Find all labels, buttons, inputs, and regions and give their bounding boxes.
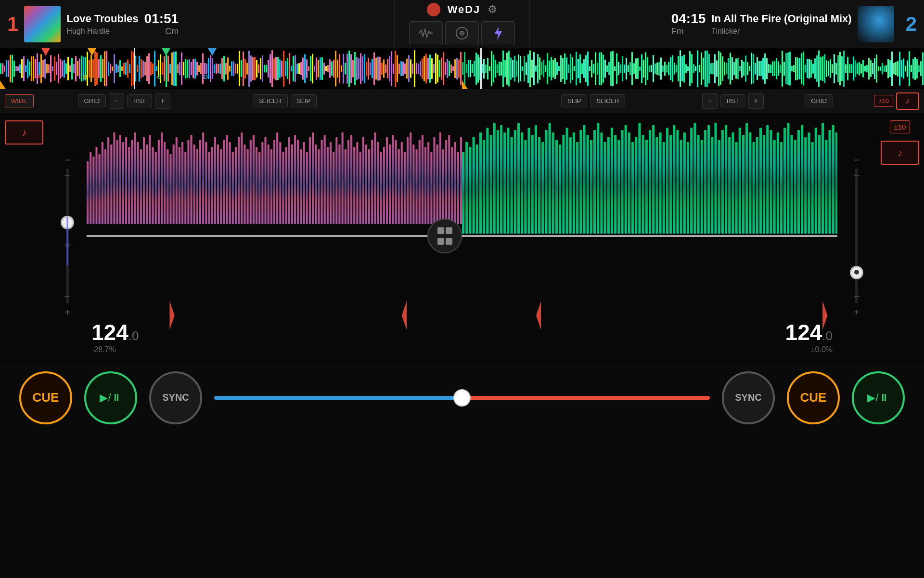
bpm-display-right: 124 .0 ±0.0% xyxy=(785,319,833,354)
play-button-right[interactable]: ▶/⏸ xyxy=(852,371,905,424)
deck1-waveform[interactable]: 124 .0 -28.7% xyxy=(87,113,462,359)
fader-track-left[interactable] xyxy=(66,169,69,303)
grid-center-button[interactable] xyxy=(427,219,462,253)
deck2-waveform[interactable]: 124 .0 ±0.0% xyxy=(462,113,837,359)
svg-rect-20 xyxy=(134,132,136,224)
fader-left-plus[interactable]: + xyxy=(64,307,70,317)
vinyl-icon xyxy=(455,26,469,40)
grid-button-left[interactable]: GRID xyxy=(78,94,106,107)
deck1-artist: Hugh Hardie xyxy=(66,27,138,36)
svg-rect-86 xyxy=(330,142,332,224)
rst-button-left[interactable]: RST xyxy=(127,94,152,107)
cue-button-right[interactable]: CUE xyxy=(787,371,840,424)
grid-sq3 xyxy=(437,238,444,245)
svg-rect-80 xyxy=(312,132,314,224)
svg-rect-77 xyxy=(303,142,305,224)
svg-rect-105 xyxy=(386,137,388,224)
music-note-right[interactable]: ♪ xyxy=(896,92,919,110)
svg-rect-107 xyxy=(392,135,394,224)
svg-rect-8 xyxy=(99,154,101,224)
minus-button-right[interactable]: − xyxy=(702,93,718,109)
deck2-number: 2 xyxy=(900,13,917,36)
waveform-icon-btn[interactable] xyxy=(409,21,443,45)
wide-button[interactable]: WIDE xyxy=(5,94,34,107)
svg-rect-106 xyxy=(389,144,391,224)
svg-rect-183 xyxy=(631,142,634,234)
fader-left-minus[interactable]: − xyxy=(64,155,70,165)
svg-rect-111 xyxy=(404,152,406,224)
slicer-button-right[interactable]: SLICER xyxy=(590,94,625,107)
fader-right-minus[interactable]: − xyxy=(854,155,860,165)
crossfader-track[interactable] xyxy=(214,396,710,400)
svg-rect-50 xyxy=(223,140,225,224)
svg-rect-88 xyxy=(335,137,337,224)
svg-rect-27 xyxy=(155,152,157,224)
svg-rect-9 xyxy=(102,142,103,224)
svg-rect-209 xyxy=(721,130,724,234)
sync-button-left[interactable]: SYNC xyxy=(149,371,202,424)
music-note-right-side[interactable]: ♪ xyxy=(881,141,919,165)
play-button-left[interactable]: ▶/⏸ xyxy=(84,371,137,424)
slip-button-left[interactable]: SLIP xyxy=(291,94,317,107)
overview-waveform-right[interactable] xyxy=(462,48,924,89)
svg-rect-168 xyxy=(579,130,582,234)
svg-rect-44 xyxy=(205,142,207,224)
svg-rect-200 xyxy=(690,128,693,234)
svg-rect-218 xyxy=(752,142,755,234)
deck2-time: 04:15 xyxy=(671,11,706,26)
svg-rect-193 xyxy=(666,128,668,234)
svg-rect-180 xyxy=(621,130,623,234)
grid-button-right[interactable]: GRID xyxy=(805,94,833,107)
svg-rect-18 xyxy=(128,147,130,224)
sync-button-right[interactable]: SYNC xyxy=(722,371,775,424)
svg-rect-117 xyxy=(422,135,424,224)
deck2-key: Fm xyxy=(671,26,684,37)
svg-rect-135 xyxy=(465,142,468,234)
vinyl-icon-btn[interactable] xyxy=(445,21,479,45)
settings-button[interactable]: ⚙ xyxy=(488,3,497,16)
svg-rect-51 xyxy=(226,135,228,224)
svg-rect-41 xyxy=(196,149,198,224)
svg-rect-34 xyxy=(176,137,178,224)
svg-rect-175 xyxy=(604,142,606,234)
deck1-number: 1 xyxy=(7,13,18,36)
plus-button-left[interactable]: + xyxy=(155,93,170,109)
svg-rect-45 xyxy=(208,152,210,224)
svg-rect-114 xyxy=(412,144,414,224)
playhead-right xyxy=(480,48,482,89)
deck1-time: 01:51 xyxy=(144,11,179,26)
svg-rect-65 xyxy=(268,144,270,224)
svg-rect-208 xyxy=(718,140,720,234)
cue-triangle-right xyxy=(462,80,468,89)
crossfader-knob[interactable] xyxy=(453,389,471,407)
svg-rect-109 xyxy=(398,149,400,224)
svg-rect-81 xyxy=(315,144,317,224)
svg-rect-54 xyxy=(235,147,237,224)
slicer-button-left[interactable]: SLICER xyxy=(253,94,288,107)
svg-rect-10 xyxy=(104,149,106,224)
svg-rect-158 xyxy=(545,130,547,234)
fader-right-plus[interactable]: + xyxy=(854,307,860,317)
svg-rect-121 xyxy=(433,137,435,224)
svg-rect-148 xyxy=(511,137,513,234)
hotcue-a-marker xyxy=(41,48,50,56)
fader-track-right[interactable] xyxy=(855,169,858,303)
slip-button-right[interactable]: SLIP xyxy=(561,94,587,107)
rst-button-right[interactable]: RST xyxy=(720,94,745,107)
plus-button-right[interactable]: + xyxy=(748,93,764,109)
fader-tick-top-r xyxy=(854,175,860,176)
svg-rect-49 xyxy=(220,149,222,224)
svg-rect-11 xyxy=(107,137,109,224)
svg-rect-232 xyxy=(801,125,803,234)
svg-rect-52 xyxy=(229,142,231,224)
overview-waveform-left[interactable]: A B C D xyxy=(0,48,462,89)
minus-button-left[interactable]: − xyxy=(109,93,124,109)
music-note-left[interactable]: ♪ xyxy=(5,120,43,144)
svg-rect-238 xyxy=(821,123,824,234)
lightning-icon-btn[interactable] xyxy=(481,21,515,45)
record-button[interactable] xyxy=(427,3,440,16)
svg-rect-47 xyxy=(214,137,216,224)
svg-rect-171 xyxy=(590,140,592,234)
cue-button-left[interactable]: CUE xyxy=(19,371,72,424)
svg-rect-35 xyxy=(179,147,180,224)
